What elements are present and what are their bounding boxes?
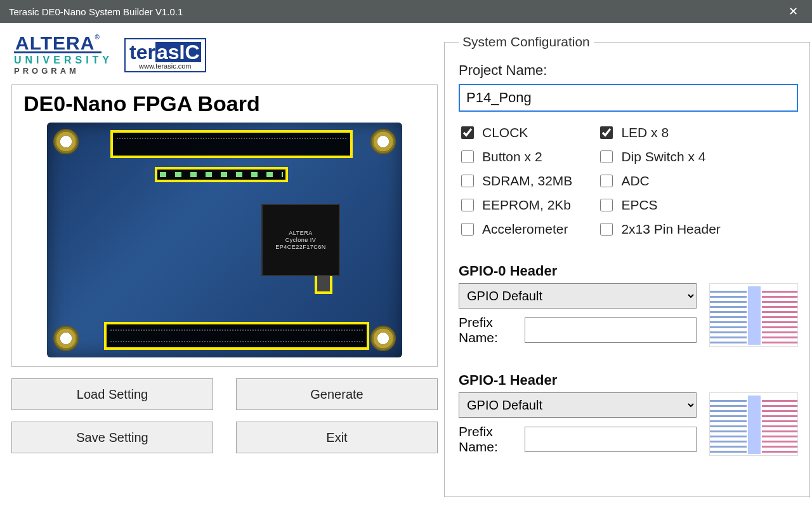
gpio1-title: GPIO-1 Header [459, 372, 798, 389]
gpio0-title: GPIO-0 Header [459, 263, 798, 279]
window-body: ALTERA® UNIVERSITY PROGRAM terasIC www.t… [0, 23, 812, 506]
check-dipswitch[interactable]: Dip Switch x 4 [598, 149, 720, 165]
check-accelerometer[interactable]: Accelerometer [459, 221, 572, 237]
close-icon[interactable]: ✕ [780, 0, 806, 23]
gpio1-select[interactable]: GPIO Default [459, 392, 697, 418]
project-name-label: Project Name: [459, 62, 798, 79]
checks-col-left: CLOCK Button x 2 SDRAM, 32MB EEPROM, 2Kb… [459, 124, 572, 237]
gpio0-block: GPIO-0 Header GPIO Default Prefix Name: [459, 263, 798, 347]
project-name-input[interactable] [459, 84, 798, 112]
check-epcs[interactable]: EPCS [598, 197, 720, 213]
right-pane: System Configuration Project Name: CLOCK… [444, 34, 810, 497]
load-setting-button[interactable]: Load Setting [11, 378, 213, 410]
gpio1-highlight [104, 322, 369, 350]
check-eeprom[interactable]: EEPROM, 2Kb [459, 197, 572, 213]
fpga-chip: ALTERA Cyclone IV EP4CE22F17C6N [263, 205, 339, 275]
check-clock[interactable]: CLOCK [459, 124, 572, 141]
exit-button[interactable]: Exit [236, 422, 438, 453]
gpio1-block: GPIO-1 Header GPIO Default Prefix Name: [459, 372, 798, 456]
check-sdram[interactable]: SDRAM, 32MB [459, 173, 572, 189]
gpio1-pinout-diagram [709, 392, 798, 456]
peripheral-checks: CLOCK Button x 2 SDRAM, 32MB EEPROM, 2Kb… [459, 124, 798, 237]
check-adc[interactable]: ADC [598, 173, 720, 189]
board-title: DE0-Nano FPGA Board [23, 91, 428, 116]
logos: ALTERA® UNIVERSITY PROGRAM terasIC www.t… [11, 34, 438, 76]
check-led[interactable]: LED x 8 [598, 124, 720, 141]
system-configuration-legend: System Configuration [459, 34, 594, 50]
gpio1-prefix-input[interactable] [525, 427, 697, 452]
gpio0-highlight [110, 130, 353, 158]
altera-logo: ALTERA® UNIVERSITY PROGRAM [14, 34, 113, 76]
gpio1-prefix-label: Prefix Name: [459, 424, 518, 455]
gpio0-select[interactable]: GPIO Default [459, 283, 697, 309]
board-panel: DE0-Nano FPGA Board ALTERA Cyclone IV EP… [11, 84, 438, 367]
titlebar: Terasic DE0-Nano System Builder V1.0.1 ✕ [0, 0, 812, 23]
led-highlight [155, 167, 288, 182]
left-pane: ALTERA® UNIVERSITY PROGRAM terasIC www.t… [11, 34, 438, 497]
gpio0-prefix-label: Prefix Name: [459, 315, 518, 345]
gpio0-prefix-input[interactable] [525, 317, 697, 343]
gpio0-pinout-diagram [709, 283, 798, 347]
generate-button[interactable]: Generate [236, 378, 438, 410]
check-button[interactable]: Button x 2 [459, 149, 572, 165]
save-setting-button[interactable]: Save Setting [11, 422, 213, 453]
window-title: Terasic DE0-Nano System Builder V1.0.1 [9, 6, 183, 17]
system-configuration: System Configuration Project Name: CLOCK… [444, 34, 810, 497]
board-image: ALTERA Cyclone IV EP4CE22F17C6N [47, 123, 402, 357]
check-pinheader[interactable]: 2x13 Pin Header [598, 221, 720, 237]
terasic-logo: terasIC www.terasic.com [124, 38, 206, 72]
checks-col-right: LED x 8 Dip Switch x 4 ADC EPCS 2x13 Pin… [598, 124, 720, 237]
